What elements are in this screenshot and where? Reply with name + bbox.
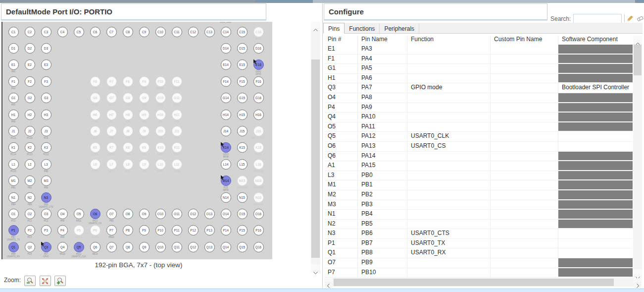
bga-pin-C9[interactable]: C9 (139, 27, 149, 37)
bga-pin-E1[interactable]: E1 (8, 59, 19, 70)
pin-number-cell[interactable]: G1 (324, 64, 357, 73)
bga-pin-Q6[interactable]: Q6 (90, 242, 100, 252)
bga-pin-H15[interactable]: H15 (237, 110, 248, 120)
bga-pin-J1[interactable]: J1 (8, 126, 19, 136)
custom-pin-name-cell[interactable] (490, 55, 558, 64)
scrollbar-thumb[interactable] (311, 59, 320, 258)
bga-pin-H10[interactable]: H10 (155, 110, 166, 120)
panel-divider[interactable] (322, 3, 323, 289)
bga-pin-N16[interactable]: N16 (253, 192, 264, 203)
bga-pin-O11[interactable]: O11 (172, 209, 182, 219)
bga-pin-O4[interactable]: O4 (57, 209, 68, 219)
pin-name-cell[interactable]: PA11 (357, 122, 407, 132)
bga-pin-H11[interactable]: H11 (172, 110, 182, 120)
pin-number-cell[interactable]: N2 (324, 220, 357, 229)
bga-pin-K10[interactable]: K10 (155, 142, 166, 153)
table-row[interactable]: O6PA13USART0_CS (324, 142, 633, 152)
custom-pin-name-cell[interactable] (490, 103, 558, 113)
bga-pin-E14[interactable]: E14 (221, 59, 231, 70)
pin-number-cell[interactable]: F1 (324, 55, 357, 64)
bga-pin-N15[interactable]: N15 (237, 192, 248, 203)
bga-pin-Q11[interactable]: Q11 (172, 242, 182, 252)
bga-pin-H16[interactable]: H16 (253, 110, 264, 120)
bga-pin-P13[interactable]: P13 (204, 225, 215, 235)
software-component-cell[interactable] (558, 45, 633, 54)
table-row[interactable]: G1PA5 (324, 64, 633, 74)
scroll-up-icon[interactable] (633, 36, 642, 44)
bga-pin-M14[interactable]: M14 (221, 175, 231, 186)
bga-pin-P15[interactable]: P15 (237, 225, 248, 235)
bga-pin-Q5[interactable]: Q5 (74, 242, 84, 252)
bga-pin-G8[interactable]: G8 (123, 93, 133, 103)
bga-pin-O10[interactable]: O10 (155, 209, 166, 219)
tab-peripherals[interactable]: Peripherals (380, 23, 419, 34)
bga-pin-M1[interactable]: M1 (8, 175, 19, 186)
bga-pin-P10[interactable]: P10 (155, 225, 166, 235)
table-row[interactable]: P7PB10 (324, 268, 633, 278)
bga-pin-G9[interactable]: G9 (139, 93, 149, 103)
bga-pin-F16[interactable]: F16 (253, 76, 264, 87)
bga-pin-L3[interactable]: L3 (41, 159, 51, 170)
bga-pin-O8[interactable]: O8 (123, 209, 133, 219)
bga-pin-F1[interactable]: F1 (8, 76, 19, 87)
pin-name-cell[interactable]: PB4 (357, 210, 407, 219)
pin-name-cell[interactable]: PB5 (357, 220, 407, 229)
custom-pin-name-cell[interactable] (490, 132, 558, 141)
bga-pin-N3[interactable]: N3 (41, 192, 51, 203)
function-cell[interactable] (407, 200, 490, 210)
bga-pin-C16[interactable]: C16 (253, 27, 264, 37)
bga-pin-P6[interactable]: P6 (90, 225, 100, 235)
custom-pin-name-cell[interactable] (490, 152, 558, 161)
bga-pin-E16[interactable]: E16 (253, 59, 264, 70)
bga-pin-Q10[interactable]: Q10 (155, 242, 166, 252)
scroll-down-icon[interactable] (311, 264, 320, 273)
pin-number-cell[interactable]: P7 (324, 268, 357, 278)
bga-pin-P5[interactable]: P5 (74, 225, 84, 235)
software-component-cell[interactable] (558, 64, 633, 73)
pin-name-cell[interactable]: PA6 (357, 74, 407, 83)
column-header[interactable]: Software Component (558, 36, 633, 45)
function-cell[interactable] (407, 64, 490, 73)
table-row[interactable]: Q5PA12USART0_CLK (324, 132, 633, 142)
software-component-cell[interactable] (558, 74, 633, 83)
pin-name-cell[interactable]: PB2 (357, 190, 407, 200)
zoom-out-button[interactable] (24, 276, 36, 286)
bga-pin-C2[interactable]: C2 (25, 27, 35, 37)
bga-pin-M3[interactable]: M3 (41, 175, 51, 186)
table-row[interactable]: M2PB2 (324, 190, 633, 200)
function-cell[interactable] (407, 74, 490, 83)
bga-pin-C14[interactable]: C14 (221, 27, 231, 37)
software-component-cell[interactable] (558, 200, 633, 210)
table-row[interactable]: L3PB0 (324, 171, 633, 181)
zoom-fit-button[interactable] (40, 276, 51, 286)
table-hscrollbar[interactable] (324, 278, 642, 287)
bga-pin-D2[interactable]: D2 (25, 43, 35, 54)
bga-pin-H3[interactable]: H3 (41, 110, 51, 120)
bga-pin-C10[interactable]: C10 (155, 27, 166, 37)
bga-pin-P3[interactable]: P3 (41, 225, 51, 235)
bga-pin-D14[interactable]: D14 (221, 43, 231, 54)
custom-pin-name-cell[interactable] (490, 229, 558, 238)
scroll-up-icon[interactable] (311, 22, 320, 30)
bga-pin-O1[interactable]: O1 (8, 209, 19, 219)
bga-pin-L14[interactable]: L14 (221, 159, 231, 170)
bga-pin-J9[interactable]: J9 (139, 126, 149, 136)
bga-pin-G11[interactable]: G11 (172, 93, 182, 103)
bga-pin-C8[interactable]: C8 (123, 27, 133, 37)
custom-pin-name-cell[interactable] (490, 239, 558, 248)
bga-pin-G10[interactable]: G10 (155, 93, 166, 103)
bga-pin-H9[interactable]: H9 (139, 110, 149, 120)
bga-pin-J2[interactable]: J2 (25, 126, 35, 136)
bga-pin-G6[interactable]: G6 (90, 93, 100, 103)
pin-number-cell[interactable]: M3 (324, 200, 357, 210)
bga-pin-E2[interactable]: E2 (25, 59, 35, 70)
bga-pin-J14[interactable]: J14 (221, 126, 231, 136)
table-row[interactable]: Q3PA7GPIO modeBootloader SPI Controller (324, 83, 633, 93)
software-component-cell[interactable] (558, 210, 633, 219)
software-component-cell[interactable] (558, 248, 633, 258)
function-cell[interactable] (407, 103, 490, 113)
bga-pin-Q9[interactable]: Q9 (139, 242, 149, 252)
bga-pin-M2[interactable]: M2 (25, 175, 35, 186)
bga-pin-P8[interactable]: P8 (123, 225, 133, 235)
custom-pin-name-cell[interactable] (490, 200, 558, 210)
